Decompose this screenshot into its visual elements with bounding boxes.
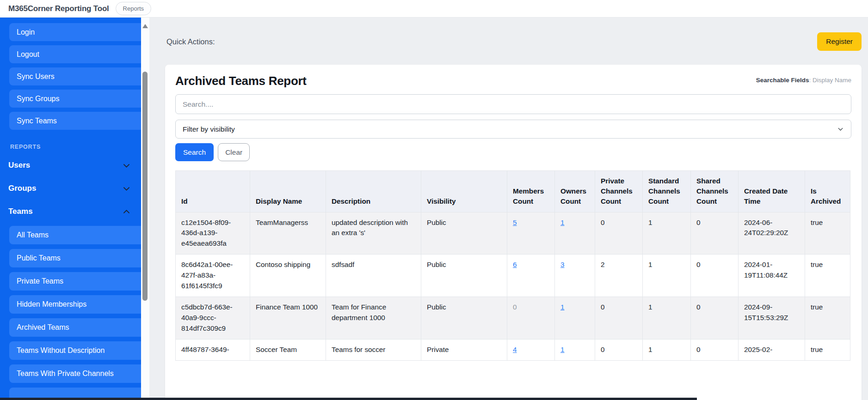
owners-count-link[interactable]: 1 (560, 218, 565, 226)
sidebar-scrollbar-track[interactable] (141, 18, 149, 400)
column-header-standard-channels-count: Standard Channels Count (643, 171, 691, 212)
cell-description: Team for Finance department 1000 (326, 297, 421, 339)
cell-standard-channels-count: 1 (643, 297, 691, 339)
sidebar-group-users[interactable]: Users (8, 157, 140, 174)
cell-is-archived: true (805, 212, 850, 255)
cell-value: 0 (601, 345, 605, 353)
cell-created-date-time: 2025-02- (739, 339, 805, 360)
column-header-owners-count: Owners Count (555, 171, 595, 212)
cell-value: TeamManagerss (256, 218, 308, 226)
sidebar-scrollbar-thumb[interactable] (142, 72, 148, 301)
register-button[interactable]: Register (817, 32, 862, 51)
sidebar-subitem-label: Private Teams (17, 277, 63, 285)
cell-members-count: 4 (507, 339, 555, 360)
chevron-down-icon (837, 126, 844, 133)
sidebar-item-login[interactable]: Login (9, 23, 141, 41)
sidebar-subitem-public-teams[interactable]: Public Teams (9, 249, 141, 267)
sidebar-subitem-label: Teams With Private Channels (17, 370, 114, 378)
cell-created-date-time: 2024-01-19T11:08:44Z (739, 255, 805, 297)
members-count-link[interactable]: 6 (513, 261, 517, 268)
sidebar-subitem-label: All Teams (17, 231, 49, 239)
sidebar-item-sync-groups[interactable]: Sync Groups (9, 90, 141, 108)
cell-value: true (811, 303, 823, 311)
sidebar-subitem-archived-teams[interactable]: Archived Teams (9, 318, 141, 337)
report-card: Archived Teams Report Searchable Fields:… (165, 65, 862, 400)
table-row: 4ff48787-3649-Soccer TeamTeams for socce… (176, 339, 850, 360)
cell-value: 0 (513, 303, 517, 311)
cell-description: Teams for soccer (326, 339, 421, 360)
column-header-shared-channels-count: Shared Channels Count (691, 171, 739, 212)
chevron-down-icon (122, 184, 131, 193)
sidebar-subitem-hidden-memberships[interactable]: Hidden Memberships (9, 295, 141, 314)
cell-owners-count: 3 (555, 255, 595, 297)
owners-count-link[interactable]: 1 (560, 345, 565, 353)
sidebar-group-groups[interactable]: Groups (8, 180, 140, 197)
members-count-link[interactable]: 4 (513, 345, 517, 353)
sidebar-subitem-all-teams[interactable]: All Teams (9, 226, 141, 244)
cell-owners-count: 1 (555, 339, 595, 360)
cell-shared-channels-count: 0 (691, 297, 739, 339)
cell-members-count: 5 (507, 212, 555, 255)
column-header-created-date-time: Created Date Time (739, 171, 805, 212)
cell-value: Private (427, 345, 449, 353)
column-header-visibility: Visibility (421, 171, 507, 212)
cell-members-count: 6 (507, 255, 555, 297)
app-title: M365Corner Reporting Tool (8, 4, 109, 13)
sidebar-item-logout[interactable]: Logout (9, 45, 141, 63)
sidebar-subitem-private-teams[interactable]: Private Teams (9, 272, 141, 291)
search-button[interactable]: Search (175, 143, 214, 161)
cell-is-archived: true (805, 255, 850, 297)
cell-value: 1 (648, 218, 653, 226)
column-header-is-archived: Is Archived (805, 171, 850, 212)
sidebar-subitem-teams-with-private-channels[interactable]: Teams With Private Channels (9, 364, 141, 383)
owners-count-link[interactable]: 3 (560, 261, 565, 268)
cell-value: 4ff48787-3649- (181, 345, 229, 353)
cell-shared-channels-count: 0 (691, 339, 739, 360)
table-row: 8c6d42a1-00ee-427f-a83a-61f6145f3fc9Cont… (176, 255, 850, 297)
cell-visibility: Public (421, 297, 507, 339)
quick-actions-label: Quick Actions: (166, 37, 215, 46)
cell-id: 4ff48787-3649- (176, 339, 250, 360)
visibility-filter-select[interactable]: Filter by visibility (175, 120, 851, 139)
visibility-filter-value: Filter by visibility (183, 125, 235, 133)
column-header-display-name: Display Name (250, 171, 326, 212)
sidebar-group-teams[interactable]: Teams (8, 203, 140, 220)
cell-value: updated description with an extra 's' (332, 218, 408, 237)
cell-is-archived: true (805, 339, 850, 360)
search-input[interactable] (175, 94, 851, 114)
cell-value: 8c6d42a1-00ee-427f-a83a-61f6145f3fc9 (181, 261, 233, 290)
cell-display-name: Contoso shipping (250, 255, 326, 297)
sidebar-subitem-teams-without-description[interactable]: Teams Without Description (9, 341, 141, 360)
cell-description: updated description with an extra 's' (326, 212, 421, 255)
table-row: c5dbcb7d-663e-40a9-9ccc-814df7c309c9Fina… (176, 297, 850, 339)
cell-members-count: 0 (507, 297, 555, 339)
cell-value: Soccer Team (256, 345, 297, 353)
scroll-up-arrow-icon[interactable] (142, 24, 148, 28)
members-count-link[interactable]: 5 (513, 218, 517, 226)
cell-value: 1 (648, 345, 653, 353)
owners-count-link[interactable]: 1 (560, 303, 565, 311)
cell-owners-count: 1 (555, 297, 595, 339)
cell-private-channels-count: 0 (595, 339, 643, 360)
cell-value: 2 (601, 261, 605, 268)
reports-nav-badge[interactable]: Reports (116, 2, 152, 15)
cell-visibility: Public (421, 212, 507, 255)
cell-value: true (811, 345, 823, 353)
sidebar-item-label: Sync Teams (17, 117, 57, 125)
cell-shared-channels-count: 0 (691, 255, 739, 297)
sidebar-item-label: Sync Groups (17, 95, 59, 103)
cell-value: Public (427, 303, 446, 311)
sidebar-item-sync-teams[interactable]: Sync Teams (9, 112, 141, 130)
cell-created-date-time: 2024-09-15T15:53:29Z (739, 297, 805, 339)
archived-teams-table: IdDisplay NameDescriptionVisibilityMembe… (175, 170, 850, 361)
cell-value: 2024-01-19T11:08:44Z (744, 261, 788, 279)
clear-button[interactable]: Clear (218, 143, 250, 161)
cell-value: true (811, 261, 823, 268)
cell-standard-channels-count: 1 (643, 339, 691, 360)
sidebar-item-sync-users[interactable]: Sync Users (9, 67, 141, 85)
sidebar-subitem-label: Hidden Memberships (17, 300, 86, 309)
cell-value: Contoso shipping (256, 261, 310, 268)
searchable-fields-note: Searchable Fields: Display Name (756, 77, 851, 84)
sidebar-subitem-label: Archived Teams (17, 323, 69, 332)
column-header-private-channels-count: Private Channels Count (595, 171, 643, 212)
